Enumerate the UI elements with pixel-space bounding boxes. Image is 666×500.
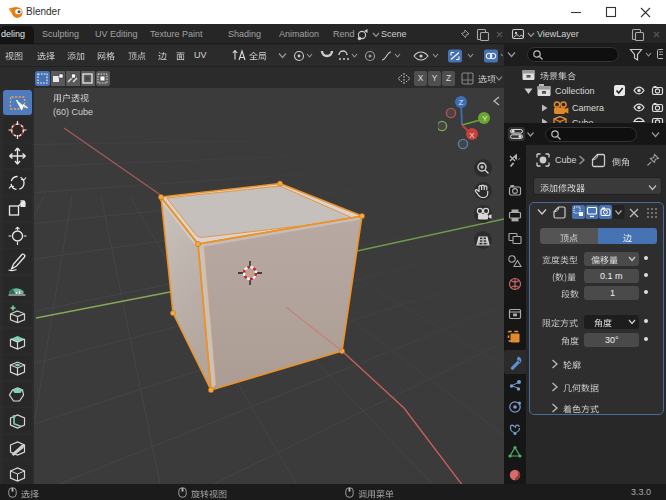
svg-text:Y: Y: [482, 114, 488, 123]
svg-text:X: X: [469, 131, 475, 140]
svg-text:Z: Z: [459, 98, 464, 107]
